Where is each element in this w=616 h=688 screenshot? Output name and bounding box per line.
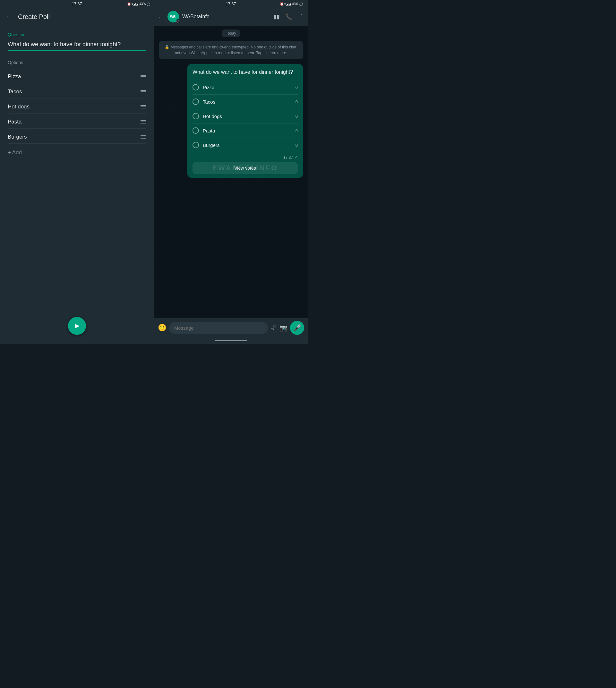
radio-button-burgers[interactable] — [193, 142, 199, 148]
status-time-left: 17:37 — [72, 2, 82, 6]
vote-count: 0 — [295, 143, 298, 148]
poll-option-item[interactable]: Tacos 0 — [193, 95, 298, 109]
status-bar-left: 17:37 ⏰ ▾◢◢ 43% ◯ — [0, 0, 154, 8]
radio-button-pizza[interactable] — [193, 84, 199, 90]
view-votes-button[interactable]: EWABETAINFO View votes — [193, 162, 298, 174]
drag-handle-icon[interactable] — [140, 120, 146, 124]
poll-meta: 17:37 ✓ — [193, 155, 298, 160]
add-option-button[interactable]: + Add — [8, 145, 146, 160]
poll-message-bubble: What do we want to have for dinner tonig… — [188, 64, 303, 178]
back-button-right[interactable]: ← — [158, 13, 164, 21]
chat-input-bar: 🙂 🖇 📷 🎤 — [154, 318, 308, 337]
vote-count: 0 — [295, 128, 298, 133]
option-item: Hot dogs — [8, 99, 146, 114]
create-poll-panel: 17:37 ⏰ ▾◢◢ 43% ◯ ← Create Poll Question… — [0, 0, 154, 344]
drag-handle-icon[interactable] — [140, 105, 146, 108]
status-icons-left: ⏰ ▾◢◢ 43% ◯ — [127, 2, 150, 6]
chat-panel: 17:37 ⏰ ▾◢◢ 43% ◯ ← WBI WABetaInfo ▮▮ 📞 … — [154, 0, 308, 344]
poll-option-item[interactable]: Burgers 0 — [193, 138, 298, 152]
send-poll-button[interactable]: ► — [68, 317, 86, 335]
encryption-notice-text: 🔒 Messages and calls are end-to-end encr… — [164, 45, 298, 55]
option-item: Tacos — [8, 84, 146, 98]
option-item: Pasta — [8, 114, 146, 129]
page-title: Create Poll — [18, 13, 50, 21]
status-icons-right: ⏰ ▾◢◢ 43% ◯ — [280, 2, 303, 6]
poll-option-label: Pasta — [203, 128, 292, 133]
home-bar — [215, 340, 247, 341]
poll-option-item[interactable]: Hot dogs 0 — [193, 109, 298, 124]
option-text: Pizza — [8, 73, 21, 80]
attach-icon[interactable]: 🖇 — [270, 324, 277, 332]
back-button-left[interactable]: ← — [5, 13, 12, 21]
poll-option-item[interactable]: Pizza 0 — [193, 80, 298, 95]
contact-name[interactable]: WABetaInfo — [182, 14, 270, 20]
avatar-status-badge — [176, 19, 180, 23]
vote-count: 0 — [295, 85, 298, 90]
home-indicator — [154, 337, 308, 344]
option-item: Burgers — [8, 129, 146, 144]
poll-option-label: Burgers — [203, 142, 292, 148]
vote-count: 0 — [295, 114, 298, 119]
poll-question-text: What do we want to have for dinner tonig… — [193, 69, 298, 76]
refresh-icon — [176, 20, 179, 22]
question-label: Question — [8, 32, 146, 37]
poll-option-item[interactable]: Pasta 0 — [193, 124, 298, 138]
header-left: ← Create Poll — [0, 8, 154, 26]
mic-icon: 🎤 — [293, 324, 301, 332]
vote-count: 0 — [295, 99, 298, 104]
poll-timestamp: 17:37 — [283, 155, 293, 160]
option-text: Hot dogs — [8, 104, 29, 110]
option-text: Pasta — [8, 119, 22, 125]
send-icon: ► — [74, 322, 81, 330]
avatar-initials: WBI — [170, 15, 176, 19]
battery-left: ⏰ ▾◢◢ 43% ◯ — [127, 2, 150, 6]
status-bar-right: 17:37 ⏰ ▾◢◢ 43% ◯ — [154, 0, 308, 8]
radio-button-hotdogs[interactable] — [193, 113, 199, 119]
video-call-icon[interactable]: ▮▮ — [273, 13, 280, 20]
encryption-notice[interactable]: 🔒 Messages and calls are end-to-end encr… — [159, 41, 303, 59]
camera-icon[interactable]: 📷 — [280, 324, 287, 332]
drag-handle-icon[interactable] — [140, 135, 146, 138]
mic-button[interactable]: 🎤 — [290, 321, 304, 335]
date-badge: Today — [159, 29, 303, 37]
option-text: Burgers — [8, 134, 27, 140]
question-input[interactable] — [8, 40, 146, 51]
date-badge-text: Today — [222, 29, 240, 37]
phone-icon[interactable]: 📞 — [286, 13, 292, 20]
chat-header-actions: ▮▮ 📞 ⋮ — [273, 13, 304, 20]
option-item: Pizza — [8, 69, 146, 83]
status-time-right: 17:37 — [226, 2, 236, 6]
options-label: Options — [8, 60, 146, 65]
poll-option-label: Tacos — [203, 99, 292, 105]
emoji-button[interactable]: 🙂 — [158, 324, 167, 332]
chat-body: Today 🔒 Messages and calls are end-to-en… — [154, 26, 308, 318]
view-votes-label: View votes — [234, 165, 256, 171]
poll-option-label: Pizza — [203, 85, 292, 90]
more-options-icon[interactable]: ⋮ — [299, 13, 304, 20]
poll-form: Question Options Pizza Tacos Hot dogs — [0, 26, 154, 344]
add-option-label: + Add — [8, 150, 22, 156]
chat-header: ← WBI WABetaInfo ▮▮ 📞 ⋮ — [154, 8, 308, 26]
message-input[interactable] — [169, 322, 268, 334]
radio-button-tacos[interactable] — [193, 98, 199, 105]
message-check-icon: ✓ — [294, 155, 298, 160]
drag-handle-icon[interactable] — [140, 75, 146, 78]
radio-button-pasta[interactable] — [193, 127, 199, 134]
poll-option-label: Hot dogs — [203, 114, 292, 119]
option-text: Tacos — [8, 89, 22, 95]
avatar: WBI — [168, 11, 179, 22]
drag-handle-icon[interactable] — [140, 90, 146, 93]
